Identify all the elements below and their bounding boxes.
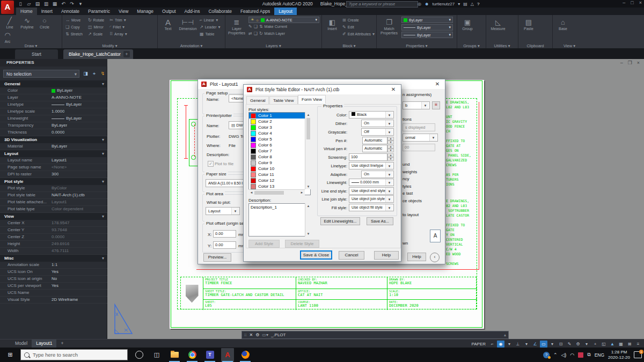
command-expand-icon[interactable]: ▴ — [504, 333, 506, 337]
polyline-button[interactable]: ∿Polyline — [19, 17, 35, 29]
line-button[interactable]: ╱Line — [2, 17, 18, 29]
qat-icon[interactable]: ▾ — [77, 1, 84, 6]
property-row[interactable]: View ▾ — [0, 213, 107, 220]
section-collapse-icon[interactable]: ▾ — [102, 150, 104, 157]
qat-icon[interactable]: ▥ — [43, 1, 49, 6]
property-row[interactable]: Center Z 0.0000 ▾ — [0, 234, 107, 241]
binoculars-icon[interactable]: ◎ — [418, 2, 421, 6]
styles-horizontal-scrollbar[interactable]: ◄► — [248, 189, 305, 196]
plot-style-item[interactable]: Color 13 — [249, 183, 305, 189]
section-collapse-icon[interactable]: ▾ — [102, 80, 104, 87]
property-row[interactable]: Height 249.6916 ▾ — [0, 241, 107, 248]
status-icon[interactable]: ◉ — [497, 341, 504, 348]
status-icon[interactable]: ▾ — [548, 341, 556, 348]
status-icon[interactable]: ▾ — [583, 341, 590, 348]
status-icon[interactable]: ⊡ — [557, 341, 565, 348]
ribbon-tab[interactable]: Add-ins — [180, 8, 204, 15]
panel-label-groups[interactable]: Groups ▾ — [457, 43, 486, 48]
plot-style-item[interactable]: Color 3 — [249, 124, 305, 130]
drawing-minimize-button[interactable]: – — [620, 60, 623, 65]
line-join-style-dropdown[interactable]: Use object join style▾ — [349, 195, 394, 203]
qat-icon[interactable]: ▯ — [17, 1, 24, 6]
match-layer-button[interactable]: ⇄❏↻Match Layer — [248, 30, 319, 37]
plot-to-file-checkbox[interactable]: ✓ — [208, 161, 214, 167]
property-row[interactable]: Layout ▾ — [0, 150, 107, 157]
status-icon[interactable]: ✎ — [566, 341, 573, 348]
paste-button[interactable]: ▤Paste — [521, 18, 537, 31]
property-row[interactable]: Color ByLayer ▾ — [0, 87, 107, 94]
property-row[interactable]: Transparency ByLayer ▾ — [0, 122, 107, 129]
edit-plot-style-button[interactable]: ≣ — [432, 101, 440, 109]
preview-button[interactable]: Preview... — [203, 253, 231, 262]
pen-number-spinner[interactable]: ▲▼ — [387, 137, 394, 144]
panel-label-layers[interactable]: Layers ▾ — [225, 43, 321, 48]
base-button[interactable]: ⌂Base — [555, 18, 571, 31]
linear-button[interactable]: ⌐Linear ▾ — [200, 17, 221, 24]
status-icon[interactable]: ⊠ — [626, 341, 633, 348]
line-end-style-dropdown[interactable]: Use object end style▾ — [349, 187, 394, 195]
palette-title[interactable]: PROPERTIES — [0, 59, 107, 67]
hidden-icons-chevron[interactable]: ⌃ — [553, 352, 558, 358]
layout1-tab[interactable]: Layout1 — [32, 339, 56, 348]
qat-icon[interactable]: ▱ — [26, 1, 32, 6]
qat-icon[interactable]: ▤ — [34, 1, 41, 6]
status-icon[interactable]: ▲ — [609, 341, 616, 348]
edit-attributes-button[interactable]: ✐Edit Attributes ▾ — [342, 31, 375, 38]
x-offset-input[interactable]: 0.00 — [213, 230, 236, 238]
status-icon[interactable]: ▾ — [506, 341, 513, 348]
panel-label-block[interactable]: Block ▾ — [322, 43, 376, 48]
copy-button[interactable]: ❏Copy — [65, 24, 83, 31]
property-row[interactable]: Width 476.7111 ▾ — [0, 248, 107, 255]
file-tab-start[interactable]: Start — [15, 49, 58, 59]
ribbon-tab[interactable]: Output — [158, 8, 180, 15]
close-command-icon[interactable]: ✕ — [249, 333, 253, 337]
delete-style-button[interactable]: Delete Style — [285, 240, 319, 248]
ribbon-tab[interactable]: Featured Apps — [236, 8, 274, 15]
language-indicator[interactable]: ENG — [595, 352, 604, 358]
recent-commands-icon[interactable]: ▭▾ — [262, 333, 268, 337]
close-button[interactable]: × — [639, 0, 642, 5]
panel-label-view[interactable]: View ▾ — [553, 43, 586, 48]
chrome-button[interactable] — [186, 348, 199, 362]
plot-styles-list[interactable]: Color 1Color 2Color 3Color 4Color 5Color… — [248, 112, 311, 195]
what-to-plot-dropdown[interactable]: Layout▾ — [206, 207, 240, 215]
plot-style-item[interactable]: Color 8 — [249, 154, 305, 160]
property-row[interactable]: Plot table attached... Layout1 ▾ — [0, 199, 107, 206]
property-row[interactable]: Material ByLayer ▾ — [0, 143, 107, 150]
panel-label-draw[interactable]: Draw ▾ — [0, 43, 62, 48]
property-row[interactable]: Linetype ByLayer ▾ — [0, 101, 107, 108]
status-icon[interactable]: ◱ — [600, 341, 608, 348]
lineweight-dropdown[interactable]: 0.0000 mm▾ — [349, 179, 394, 186]
panel-label-clipboard[interactable]: Clipboard — [518, 43, 552, 48]
tab-table-view[interactable]: Table View — [269, 96, 298, 105]
lineweight-dropdown[interactable]: ByLayer▾ — [401, 24, 453, 31]
ribbon-tab[interactable]: View — [114, 8, 133, 15]
drawing-restore-button[interactable]: ❐ — [628, 60, 632, 65]
property-row[interactable]: Misc ▾ — [0, 255, 107, 262]
stretch-button[interactable]: ⇅Stretch — [65, 31, 83, 38]
quality-dropdown[interactable]: ormal▾ — [402, 134, 438, 142]
plot-style-item[interactable]: Color 12 — [249, 178, 305, 183]
plot-style-table-dropdown[interactable]: b▾ — [402, 101, 430, 109]
quick-select-icon[interactable]: ↯ — [99, 70, 107, 78]
app-store-icon[interactable]: △ — [471, 2, 474, 6]
property-row[interactable]: Center X 178.9547 ▾ — [0, 220, 107, 227]
panel-label-modify[interactable]: Modify ▾ — [62, 43, 157, 48]
file-explorer-button[interactable] — [168, 348, 181, 362]
leader-button[interactable]: ↗Leader ▾ — [200, 24, 221, 31]
save-close-button[interactable]: Save & Close — [300, 250, 332, 260]
text-button[interactable]: AText — [160, 18, 176, 38]
select-objects-icon[interactable]: ⌖ — [90, 70, 98, 78]
rotate-button[interactable]: ↻Rotate — [88, 17, 104, 24]
toggle-pickadd-icon[interactable]: ◨ — [82, 70, 90, 78]
virtual-pen-spinner[interactable]: ▲▼ — [387, 145, 394, 152]
y-offset-input[interactable]: 0.00 — [213, 241, 236, 249]
insert-button[interactable]: ◧Insert — [324, 18, 340, 38]
grip-icon[interactable]: ⁞⁞ — [244, 333, 246, 337]
plot-style-item[interactable]: Color 4 — [249, 130, 305, 136]
screening-spinner[interactable]: ▲▼ — [387, 153, 394, 161]
network-icon[interactable]: ◠ — [570, 352, 574, 358]
link-icon[interactable]: ⧉ — [587, 352, 590, 358]
ribbon-tab[interactable]: Annotate — [57, 8, 84, 15]
command-line[interactable]: ⁞⁞ ✕ ⚙ ▭▾ _.PLOT ▴ — [241, 331, 509, 339]
